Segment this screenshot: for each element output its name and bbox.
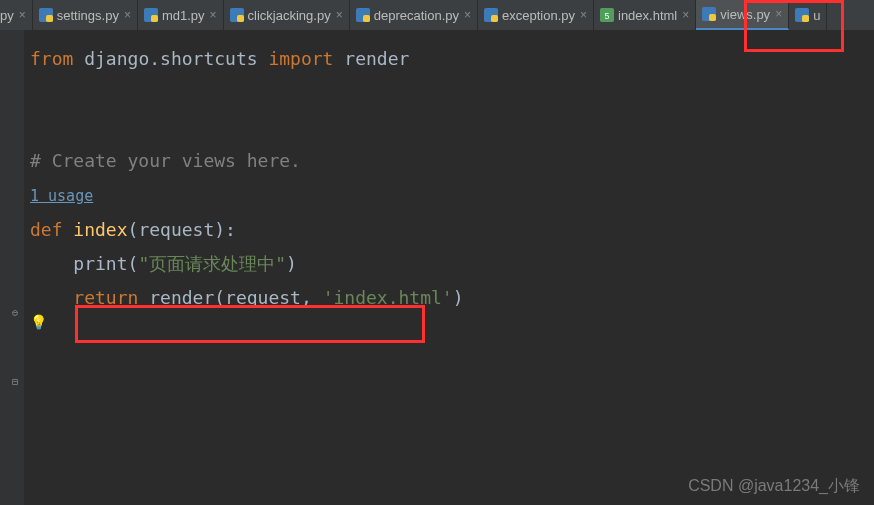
tab-label: exception.py xyxy=(502,8,575,23)
intention-bulb-icon[interactable]: 💡 xyxy=(30,314,47,330)
svg-rect-5 xyxy=(237,15,244,22)
python-file-icon xyxy=(39,8,53,22)
html-file-icon: 5 xyxy=(600,8,614,22)
file-tab[interactable]: settings.py × xyxy=(33,0,138,30)
svg-rect-9 xyxy=(491,15,498,22)
tab-label: clickjacking.py xyxy=(248,8,331,23)
tab-bar: py × settings.py × md1.py × clickjacking… xyxy=(0,0,874,30)
fold-icon[interactable]: ⊟ xyxy=(12,376,18,387)
code-line: return render(request, 'index.html') xyxy=(73,287,463,308)
tab-label: views.py xyxy=(720,7,770,22)
file-tab[interactable]: u xyxy=(789,0,827,30)
close-icon[interactable]: × xyxy=(682,8,689,22)
close-icon[interactable]: × xyxy=(580,8,587,22)
svg-rect-13 xyxy=(709,14,716,21)
close-icon[interactable]: × xyxy=(464,8,471,22)
tab-label: py xyxy=(0,8,14,23)
svg-rect-15 xyxy=(802,15,809,22)
tab-label: settings.py xyxy=(57,8,119,23)
file-tab[interactable]: 5 index.html × xyxy=(594,0,696,30)
python-file-icon xyxy=(795,8,809,22)
close-icon[interactable]: × xyxy=(210,8,217,22)
tab-label: md1.py xyxy=(162,8,205,23)
watermark: CSDN @java1234_小锋 xyxy=(688,476,860,497)
file-tab[interactable]: md1.py × xyxy=(138,0,224,30)
fold-icon[interactable]: ⊖ xyxy=(12,307,18,318)
code-comment: # Create your views here. xyxy=(30,150,301,171)
tab-label: deprecation.py xyxy=(374,8,459,23)
python-file-icon xyxy=(230,8,244,22)
python-file-icon xyxy=(484,8,498,22)
python-file-icon xyxy=(702,7,716,21)
tab-label: u xyxy=(813,8,820,23)
code-line: def index(request): xyxy=(30,219,236,240)
code-content[interactable]: from django.shortcuts import render # Cr… xyxy=(24,30,464,505)
file-tab-active[interactable]: views.py × xyxy=(696,0,789,30)
close-icon[interactable]: × xyxy=(775,7,782,21)
usage-hint[interactable]: 1 usage xyxy=(30,187,93,205)
close-icon[interactable]: × xyxy=(124,8,131,22)
tab-label: index.html xyxy=(618,8,677,23)
close-icon[interactable]: × xyxy=(336,8,343,22)
file-tab[interactable]: clickjacking.py × xyxy=(224,0,350,30)
editor[interactable]: ⊖ ⊟ from django.shortcuts import render … xyxy=(0,30,874,505)
code-line: print("页面请求处理中") xyxy=(73,253,297,274)
svg-text:5: 5 xyxy=(605,11,610,21)
python-file-icon xyxy=(144,8,158,22)
file-tab[interactable]: exception.py × xyxy=(478,0,594,30)
file-tab[interactable]: deprecation.py × xyxy=(350,0,478,30)
gutter: ⊖ ⊟ xyxy=(0,30,24,505)
close-icon[interactable]: × xyxy=(19,8,26,22)
file-tab[interactable]: py × xyxy=(0,0,33,30)
python-file-icon xyxy=(356,8,370,22)
svg-rect-7 xyxy=(363,15,370,22)
code-line: from django.shortcuts import render xyxy=(30,48,409,69)
svg-rect-1 xyxy=(46,15,53,22)
svg-rect-3 xyxy=(151,15,158,22)
